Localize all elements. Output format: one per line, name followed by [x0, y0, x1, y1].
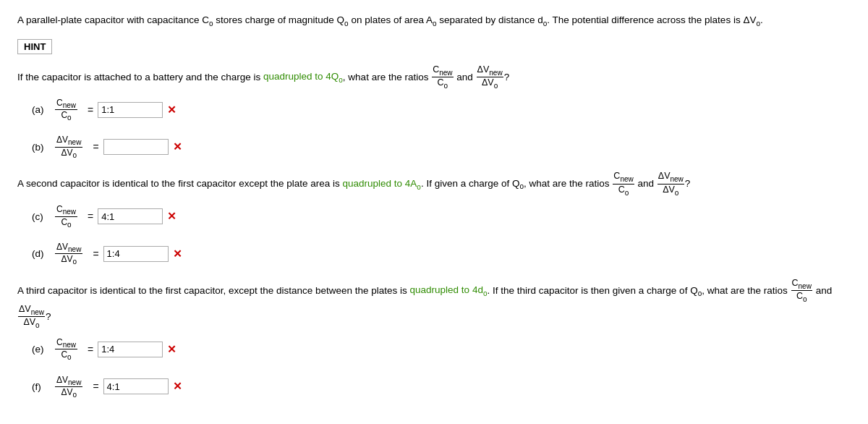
q2-highlight: quadrupled to 4Ao [343, 178, 421, 189]
q2-ratio2: ΔVnew ΔVo [658, 171, 684, 197]
sub-dvo2: o [675, 188, 679, 196]
intro-paragraph: A parallel-plate capacitor with capacita… [17, 13, 851, 29]
sub-b-dvnew: new [68, 139, 81, 147]
part-c-fraction: Cnew Co [55, 204, 77, 229]
part-e-den: Co [59, 349, 72, 361]
hint-label: HINT [24, 41, 46, 52]
part-a-fraction: Cnew Co [55, 98, 77, 122]
part-b-den: ΔVo [59, 148, 78, 159]
sub-a-co: o [67, 114, 72, 122]
q1-ratio2: ΔVnew ΔVo [477, 64, 503, 90]
q1-r1-den: Co [437, 77, 449, 90]
sub-dv0: o [756, 20, 760, 27]
part-a-label: (a) [32, 104, 48, 115]
q1-ratio1: Cnew Co [432, 64, 453, 90]
sub-dvnew3: new [31, 308, 44, 315]
sub-e-co: o [67, 354, 72, 362]
sub-c-co: o [67, 221, 72, 229]
part-c-den: Co [59, 217, 72, 229]
part-d-fraction: ΔVnew ΔVo [55, 242, 82, 266]
part-f-equals: = [93, 381, 98, 392]
part-f-label: (f) [32, 381, 48, 392]
q1-r2-num: ΔVnew [477, 64, 503, 78]
question1-text: If the capacitor is attached to a batter… [17, 64, 851, 90]
part-c-xmark: ✕ [167, 210, 176, 223]
part-e-fraction: Cnew Co [55, 337, 77, 362]
part-e-num: Cnew [55, 337, 77, 349]
part-b-xmark: ✕ [173, 140, 182, 153]
part-c-equals: = [88, 211, 93, 222]
sub-co1: o [444, 82, 448, 90]
sub-cnew1: new [439, 68, 452, 76]
part-d-label: (d) [32, 248, 48, 259]
sub-f-dvo: o [72, 391, 77, 399]
part-f-den: ΔVo [59, 387, 78, 399]
part-f-row: (f) ΔVnew ΔVo = ✕ [32, 375, 851, 399]
part-f-xmark: ✕ [173, 380, 182, 393]
part-e-row: (e) Cnew Co = ✕ [32, 337, 851, 362]
part-e-input[interactable] [98, 342, 163, 357]
sub-d-dvnew: new [68, 245, 81, 253]
question3-text: A third capacitor is identical to the fi… [17, 278, 851, 330]
sub-co2: o [625, 188, 629, 196]
part-a-xmark: ✕ [167, 103, 176, 116]
part-c-input[interactable] [98, 208, 163, 224]
q2-r1-den: Co [618, 185, 630, 198]
q2-r1-num: Cnew [613, 171, 634, 185]
q2-ratio1: Cnew Co [613, 171, 634, 197]
q3-r1-den: Co [796, 291, 808, 304]
sub-c-cnew: new [63, 208, 76, 216]
q3-ratio1: Cnew Co [791, 278, 812, 304]
sub-cnew2: new [620, 175, 633, 183]
question2-text: A second capacitor is identical to the f… [17, 171, 851, 197]
part-c-num: Cnew [55, 204, 77, 216]
part-d-xmark: ✕ [173, 247, 182, 260]
sub-dvo3: o [35, 321, 40, 329]
sub-d0: o [543, 20, 548, 27]
sub-dvnew2: new [670, 175, 683, 183]
sub-a-cnew: new [63, 101, 76, 109]
sub-a2: o [417, 183, 421, 191]
part-a-input[interactable] [98, 102, 163, 118]
q3-r2-den: ΔVo [22, 317, 40, 330]
part-d-input[interactable] [103, 246, 169, 262]
q3-highlight: quadrupled to 4do [410, 284, 488, 295]
part-b-input[interactable] [103, 139, 169, 155]
part-a-equals: = [88, 104, 93, 116]
part-b-label: (b) [32, 142, 48, 153]
sub-dvo1: o [494, 82, 498, 90]
part-c-row: (c) Cnew Co = ✕ [32, 204, 851, 229]
q3-r1-num: Cnew [791, 278, 812, 292]
q2-r2-num: ΔVnew [658, 171, 684, 185]
part-d-den: ΔVo [59, 254, 78, 266]
sub-cnew3: new [799, 281, 812, 289]
part-c-label: (c) [32, 211, 48, 222]
part-d-equals: = [93, 248, 98, 260]
q1-highlight: quadrupled to 4Qo [263, 71, 343, 82]
sub-c0: o [209, 20, 213, 27]
sub-dvnew1: new [489, 68, 502, 76]
q2-r2-den: ΔVo [662, 185, 679, 198]
sub-a0: o [433, 20, 437, 27]
q1-r2-den: ΔVo [481, 77, 498, 90]
part-f-fraction: ΔVnew ΔVo [55, 375, 82, 399]
sub-q1: o [339, 76, 343, 84]
sub-q3: o [698, 289, 702, 297]
part-a-num: Cnew [55, 98, 77, 110]
sub-q2: o [519, 183, 524, 191]
part-a-den: Co [59, 110, 72, 122]
q1-r1-num: Cnew [432, 64, 453, 78]
sub-q0: o [344, 20, 349, 27]
sub-f-dvnew: new [68, 378, 81, 386]
sub-e-cnew: new [63, 341, 76, 349]
sub-b-dvo: o [72, 151, 77, 159]
part-d-num: ΔVnew [55, 242, 82, 254]
part-e-label: (e) [32, 344, 48, 355]
part-a-row: (a) Cnew Co = ✕ [32, 98, 851, 122]
part-b-num: ΔVnew [55, 135, 82, 147]
sub-d-dvo: o [72, 258, 77, 266]
part-f-num: ΔVnew [55, 375, 82, 387]
sub-d3: o [483, 289, 488, 297]
part-b-fraction: ΔVnew ΔVo [55, 135, 82, 159]
part-f-input[interactable] [103, 378, 169, 394]
